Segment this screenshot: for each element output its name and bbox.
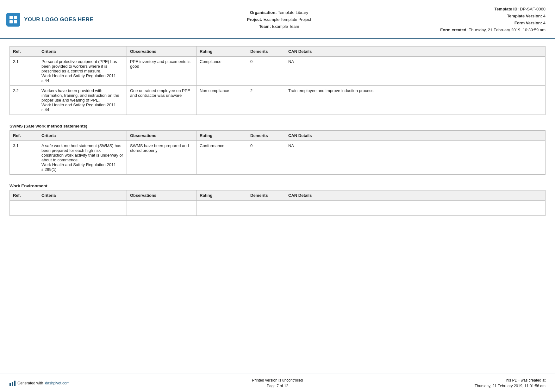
cell-rating-3-1: Conformance <box>196 141 247 175</box>
cell-rating-2-1: Compliance <box>196 57 247 86</box>
org-label: Organisation: <box>250 10 277 15</box>
svg-rect-0 <box>9 16 13 19</box>
svg-rect-2 <box>9 20 13 23</box>
form-created-line: Form created: Thursday, 21 February 2019… <box>438 27 546 34</box>
cell-can-2-1: NA <box>285 57 546 86</box>
page-footer: Generated with dashpivot.com Printed ver… <box>0 374 555 392</box>
page-header: YOUR LOGO GOES HERE Organisation: Templa… <box>0 0 555 39</box>
work-env-col-header-observations: Observations <box>127 190 196 201</box>
cell-ref-3-1: 3.1 <box>10 141 38 175</box>
col-header-criteria: Criteria <box>38 47 127 57</box>
col-header-can: CAN Details <box>285 47 546 57</box>
template-version-line: Template Version: 4 <box>438 13 546 20</box>
cell-ref-2-2: 2.2 <box>10 86 38 115</box>
form-created-value: Thursday, 21 February 2019, 10:39:59 am <box>469 28 546 32</box>
work-env-section-title: Work Environment <box>9 184 546 188</box>
logo-area: YOUR LOGO GOES HERE <box>6 13 120 27</box>
footer-right: This PDF was created at Thursday, 21 Feb… <box>419 377 546 389</box>
cell-rating-2-2: Non compliance <box>196 86 247 115</box>
team-value: Example Team <box>272 24 299 29</box>
footer-created-line2: Thursday, 21 February 2019, 11:01:56 am <box>419 383 546 389</box>
template-version-label: Template Version: <box>507 14 542 18</box>
logo-icon <box>6 13 20 27</box>
work-env-col-header-rating: Rating <box>196 190 247 201</box>
ppe-table: Ref. Criteria Observations Rating Demeri… <box>9 46 546 115</box>
footer-created-line1: This PDF was created at <box>419 377 546 383</box>
swms-section-title: SWMS (Safe work method statements) <box>9 124 546 128</box>
swms-table-header-row: Ref. Criteria Observations Rating Demeri… <box>10 131 546 141</box>
swms-col-header-rating: Rating <box>196 131 247 141</box>
work-env-col-header-ref: Ref. <box>10 190 38 201</box>
cell-observations-2-2: One untrained employee on PPE and contra… <box>127 86 196 115</box>
cell-criteria-2-1: Personal protective equipment (PPE) has … <box>38 57 127 86</box>
generated-label: Generated with <box>17 381 43 385</box>
cell-empty-observations <box>127 201 196 216</box>
col-header-ref: Ref. <box>10 47 38 57</box>
cell-can-3-1: NA <box>285 141 546 175</box>
cell-empty-demerits <box>247 201 285 216</box>
table-row: 2.1 Personal protective equipment (PPE) … <box>10 57 546 86</box>
swms-table: Ref. Criteria Observations Rating Demeri… <box>9 130 546 175</box>
cell-criteria-2-2: Workers have been provided with informat… <box>38 86 127 115</box>
form-version-line: Form Version: 4 <box>438 20 546 27</box>
team-line: Team: Example Team <box>120 23 438 30</box>
cell-empty-can <box>285 201 546 216</box>
cell-empty-ref <box>10 201 38 216</box>
swms-col-header-observations: Observations <box>127 131 196 141</box>
ppe-table-header-row: Ref. Criteria Observations Rating Demeri… <box>10 47 546 57</box>
col-header-observations: Observations <box>127 47 196 57</box>
form-version-label: Form Version: <box>514 21 542 25</box>
project-label: Project: <box>247 17 262 22</box>
header-right: Template ID: DP-SAF-0060 Template Versio… <box>438 6 546 34</box>
footer-left: Generated with dashpivot.com <box>9 381 136 386</box>
team-label: Team: <box>259 24 271 29</box>
template-id-value: DP-SAF-0060 <box>520 7 546 11</box>
cell-criteria-3-1: A safe work method statement (SWMS) has … <box>38 141 127 175</box>
swms-col-header-criteria: Criteria <box>38 131 127 141</box>
cell-empty-criteria <box>38 201 127 216</box>
cell-observations-2-1: PPE inventory and placements is good <box>127 57 196 86</box>
logo-svg <box>9 15 18 24</box>
work-env-col-header-can: CAN Details <box>285 190 546 201</box>
swms-col-header-can: CAN Details <box>285 131 546 141</box>
footer-center: Printed version is uncontrolled Page 7 o… <box>136 377 419 389</box>
header-center: Organisation: Template Library Project: … <box>120 9 438 30</box>
template-id-label: Template ID: <box>494 7 519 11</box>
table-row-empty <box>10 201 546 216</box>
swms-col-header-ref: Ref. <box>10 131 38 141</box>
col-header-demerits: Demerits <box>247 47 285 57</box>
svg-rect-1 <box>14 16 17 19</box>
swms-col-header-demerits: Demerits <box>247 131 285 141</box>
template-version-value: 4 <box>543 14 546 18</box>
work-env-col-header-criteria: Criteria <box>38 190 127 201</box>
project-value: Example Template Project <box>264 17 311 22</box>
logo-text: YOUR LOGO GOES HERE <box>24 16 93 23</box>
work-env-table-header-row: Ref. Criteria Observations Rating Demeri… <box>10 190 546 201</box>
cell-ref-2-1: 2.1 <box>10 57 38 86</box>
footer-page-number: Page 7 of 12 <box>136 383 419 389</box>
org-line: Organisation: Template Library <box>120 9 438 16</box>
footer-uncontrolled-line1: Printed version is uncontrolled <box>136 377 419 383</box>
dashpivot-link[interactable]: dashpivot.com <box>45 381 69 385</box>
col-header-rating: Rating <box>196 47 247 57</box>
dashpivot-bar-icon <box>9 381 16 386</box>
table-row: 3.1 A safe work method statement (SWMS) … <box>10 141 546 175</box>
cell-demerits-2-1: 0 <box>247 57 285 86</box>
cell-empty-rating <box>196 201 247 216</box>
svg-rect-3 <box>14 20 17 23</box>
form-created-label: Form created: <box>440 28 468 32</box>
org-value: Template Library <box>278 10 308 15</box>
work-env-col-header-demerits: Demerits <box>247 190 285 201</box>
cell-demerits-3-1: 0 <box>247 141 285 175</box>
cell-demerits-2-2: 2 <box>247 86 285 115</box>
work-env-table: Ref. Criteria Observations Rating Demeri… <box>9 190 546 216</box>
form-version-value: 4 <box>543 21 546 25</box>
template-id-line: Template ID: DP-SAF-0060 <box>438 6 546 13</box>
project-line: Project: Example Template Project <box>120 16 438 23</box>
cell-observations-3-1: SWMS have been prepared and stored prope… <box>127 141 196 175</box>
table-row: 2.2 Workers have been provided with info… <box>10 86 546 115</box>
main-content: Ref. Criteria Observations Rating Demeri… <box>0 39 555 223</box>
cell-can-2-2: Train employee and improve induction pro… <box>285 86 546 115</box>
